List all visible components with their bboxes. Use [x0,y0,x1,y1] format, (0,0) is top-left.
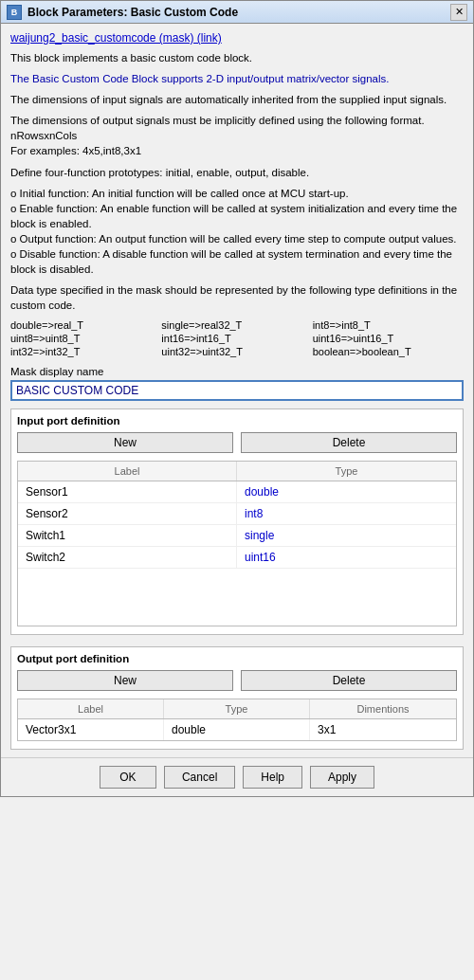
output-btn-row: New Delete [17,670,457,691]
type-map-cell: double=>real_T [10,318,161,332]
input-empty-rows [18,569,456,626]
input-port-title: Input port definition [17,415,457,426]
table-row[interactable]: Sensor1 double [18,481,456,503]
type-map-cell: single=>real32_T [161,318,312,332]
main-window: B Block Parameters: Basic Custom Code ✕ … [0,0,474,797]
type-map-cell: int32=>int32_T [10,345,161,358]
output-port-title: Output port definition [17,653,457,664]
type-map-cell: uint32=>uint32_T [161,345,312,358]
window-title: Block Parameters: Basic Custom Code [27,6,445,19]
desc-line2: The Basic Custom Code Block supports 2-D… [10,71,464,86]
close-button[interactable]: ✕ [450,4,467,21]
bottom-button-bar: OK Cancel Help Apply [1,757,473,796]
input-port-section: Input port definition New Delete Label T… [10,408,464,635]
cancel-button[interactable]: Cancel [164,766,235,789]
mask-display-label: Mask display name [10,366,464,377]
mask-display-section: Mask display name [10,366,464,401]
input-row0-type: double [237,481,456,502]
content-area: waijung2_basic_customcode (mask) (link) … [1,24,473,757]
input-header-label: Label [18,462,237,481]
desc-line7: Data type specified in the mask should b… [10,282,464,313]
desc-line1: This block implements a basic custom cod… [10,50,464,65]
output-table-header: Label Type Dimentions [18,699,456,719]
type-map-cell: uint8=>uint8_T [10,332,161,345]
input-row3-label: Switch2 [18,547,237,568]
desc-line5: Define four-function prototypes: initial… [10,165,464,180]
table-row[interactable]: Vector3x1 double 3x1 [18,719,456,740]
apply-button[interactable]: Apply [310,766,374,789]
input-row2-label: Switch1 [18,525,237,546]
title-bar: B Block Parameters: Basic Custom Code ✕ [1,1,473,24]
output-port-section: Output port definition New Delete Label … [10,646,464,750]
type-map-cell: boolean=>boolean_T [313,345,464,358]
type-map-cell: uint16=>uint16_T [313,332,464,345]
input-table: Label Type Sensor1 double Sensor2 int8 S… [17,461,457,626]
output-new-button[interactable]: New [17,670,233,691]
output-table: Label Type Dimentions Vector3x1 double 3… [17,699,457,741]
type-map-cell: int8=>int8_T [313,318,464,332]
desc-line3: The dimensions of input signals are auto… [10,92,464,107]
output-row0-type: double [164,719,310,740]
desc-line4: The dimensions of output signals must be… [10,113,464,158]
output-row0-dimensions: 3x1 [310,719,456,740]
help-button[interactable]: Help [243,766,302,789]
input-header-type: Type [237,462,456,481]
table-row[interactable]: Switch2 uint16 [18,547,456,569]
input-row1-label: Sensor2 [18,503,237,524]
mask-display-input[interactable] [10,380,464,401]
output-header-label: Label [18,699,164,718]
window-icon: B [7,5,22,20]
input-row1-type: int8 [237,503,456,524]
table-row[interactable]: Sensor2 int8 [18,503,456,525]
output-header-type: Type [164,699,310,718]
output-row0-label: Vector3x1 [18,719,164,740]
input-new-button[interactable]: New [17,432,233,453]
mask-link[interactable]: waijung2_basic_customcode (mask) (link) [10,31,464,45]
type-map-cell: int16=>int16_T [161,332,312,345]
input-table-header: Label Type [18,462,456,481]
input-btn-row: New Delete [17,432,457,453]
input-row3-type: uint16 [237,547,456,568]
output-header-dimensions: Dimentions [310,699,456,718]
output-delete-button[interactable]: Delete [241,670,457,691]
input-delete-button[interactable]: Delete [241,432,457,453]
table-row[interactable]: Switch1 single [18,525,456,547]
type-map: double=>real_T single=>real32_T int8=>in… [10,318,464,358]
input-row2-type: single [237,525,456,546]
desc-functions: o Initial function: An initial function … [10,186,464,278]
input-row0-label: Sensor1 [18,481,237,502]
ok-button[interactable]: OK [100,766,156,789]
